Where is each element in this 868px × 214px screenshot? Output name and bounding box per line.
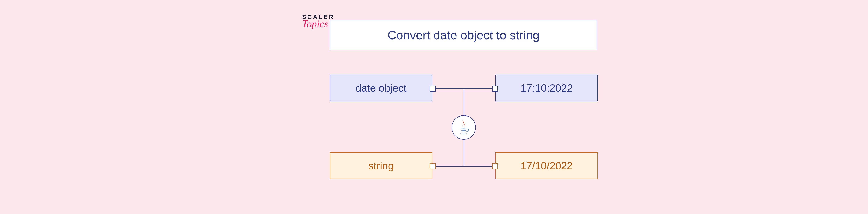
date-object-label-text: date object: [355, 82, 407, 94]
diagram-title-box: Convert date object to string: [330, 20, 597, 50]
connector-port: [430, 164, 436, 169]
date-object-label-box: date object: [330, 75, 432, 102]
connector-port: [492, 86, 498, 92]
string-value-text: 17/10/2022: [521, 160, 573, 172]
string-label-box: string: [330, 152, 432, 179]
diagram-canvas: SCALER Topics Convert date object to str…: [226, 0, 816, 214]
connector-port: [430, 86, 436, 92]
string-label-text: string: [368, 160, 394, 172]
java-icon: [457, 120, 471, 135]
diagram-title-text: Convert date object to string: [388, 28, 539, 42]
connector-port: [492, 164, 498, 169]
java-icon-circle: [452, 115, 476, 140]
date-object-value-text: 17:10:2022: [521, 82, 573, 94]
string-value-box: 17/10/2022: [495, 152, 598, 179]
date-object-value-box: 17:10:2022: [495, 75, 598, 102]
